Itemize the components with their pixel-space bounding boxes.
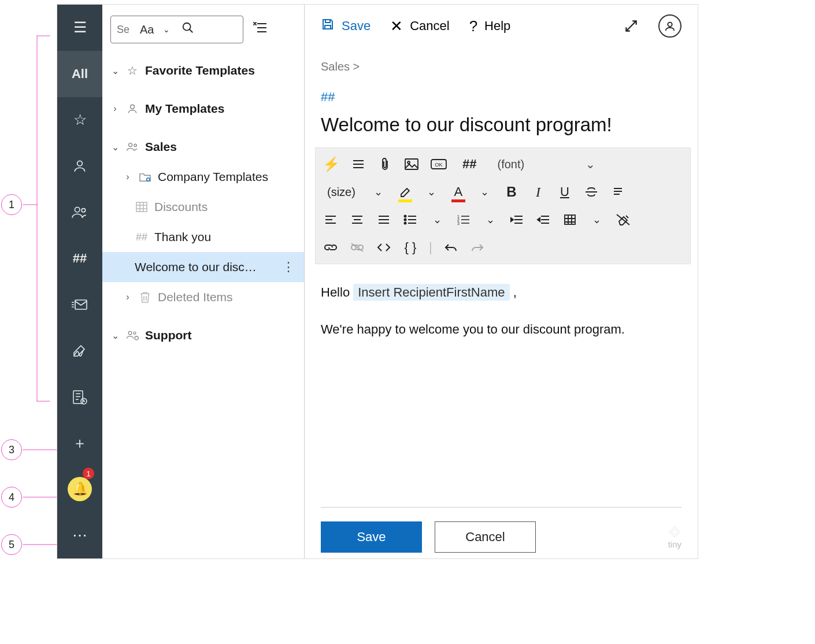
search-options-chevron-icon[interactable]: ⌄ xyxy=(163,25,176,34)
more-icon[interactable]: ⋯ xyxy=(57,512,102,558)
number-chevron-icon[interactable]: ⌄ xyxy=(482,210,498,229)
hash-insert-icon[interactable]: ## xyxy=(458,155,481,173)
help-label: Help xyxy=(484,18,510,34)
template-list-pane: Aa ⌄ ⌄ ☆ Favorite Templates › xyxy=(102,5,305,558)
svg-point-17 xyxy=(134,144,136,146)
help-action[interactable]: ? Help xyxy=(469,17,511,35)
cancel-button[interactable]: Cancel xyxy=(435,521,536,553)
font-select[interactable]: (font) ⌄ xyxy=(491,155,601,173)
font-color-icon[interactable]: A xyxy=(450,183,466,201)
save-action[interactable]: Save xyxy=(321,17,371,35)
tree-welcome-selected[interactable]: Welcome to our disc… ⋮ xyxy=(102,252,304,282)
people-icon[interactable] xyxy=(57,189,102,235)
star-icon[interactable]: ☆ xyxy=(57,97,102,143)
cancel-action[interactable]: ✕ Cancel xyxy=(390,17,449,35)
macro-placeholder[interactable]: Insert RecipientFirstName xyxy=(353,284,509,301)
bullet-chevron-icon[interactable]: ⌄ xyxy=(429,210,445,229)
redo-icon[interactable] xyxy=(469,238,486,257)
unlink-icon[interactable] xyxy=(349,238,365,257)
attach-icon[interactable] xyxy=(377,155,393,173)
tree-discounts[interactable]: Discounts xyxy=(108,192,298,222)
manage-icon[interactable] xyxy=(57,374,102,420)
chevron-down-icon: ⌄ xyxy=(586,157,595,171)
account-icon[interactable] xyxy=(658,14,681,38)
rail-hash[interactable]: ## xyxy=(57,235,102,282)
send-mail-icon[interactable] xyxy=(57,282,102,328)
lines-icon[interactable] xyxy=(350,155,366,173)
bold-icon[interactable]: B xyxy=(503,183,520,201)
size-select[interactable]: (size) xyxy=(323,183,360,201)
expand-icon[interactable] xyxy=(624,18,639,34)
tree-label: My Templates xyxy=(145,102,224,116)
ok-box-icon[interactable]: OK xyxy=(430,155,447,173)
template-body[interactable]: Hello Insert RecipientFirstName , We're … xyxy=(305,264,698,358)
chevron-down-icon: ⌄ xyxy=(110,142,120,153)
help-icon: ? xyxy=(469,17,477,35)
search-icon[interactable] xyxy=(181,21,194,38)
braces-icon[interactable]: { } xyxy=(402,238,418,257)
bullet-list-icon[interactable] xyxy=(402,210,418,229)
breadcrumb[interactable]: Sales > xyxy=(305,47,698,79)
tree-company-templates[interactable]: › Company Templates xyxy=(108,162,298,192)
link-icon[interactable] xyxy=(323,238,339,257)
body-line2: We're happy to welcome you to our discou… xyxy=(321,316,681,343)
item-more-icon[interactable]: ⋮ xyxy=(282,260,295,275)
tree-deleted[interactable]: › Deleted Items xyxy=(108,282,298,312)
svg-point-29 xyxy=(405,219,406,221)
plus-icon[interactable]: ＋ xyxy=(57,420,102,466)
table-chevron-icon[interactable]: ⌄ xyxy=(588,210,605,229)
rail-all[interactable]: All xyxy=(57,51,102,97)
save-button[interactable]: Save xyxy=(321,521,422,553)
image-icon[interactable] xyxy=(403,155,420,173)
strikethrough-icon[interactable] xyxy=(583,183,599,201)
align-center-icon[interactable] xyxy=(349,210,365,229)
search-input[interactable] xyxy=(117,24,134,36)
tree-sales[interactable]: ⌄ Sales xyxy=(108,132,298,162)
hash-icon: ## xyxy=(135,231,149,243)
underline-icon[interactable]: U xyxy=(557,183,573,201)
number-list-icon[interactable]: 123 xyxy=(455,210,472,229)
highlight-chevron-icon[interactable]: ⌄ xyxy=(424,183,440,201)
svg-point-9 xyxy=(75,208,80,213)
svg-point-16 xyxy=(129,143,132,147)
editor-pane: Save ✕ Cancel ? Help Sales > xyxy=(305,5,698,558)
filter-list-icon[interactable] xyxy=(253,21,268,38)
svg-rect-11 xyxy=(75,300,87,309)
signature-icon[interactable] xyxy=(57,328,102,374)
trash-icon xyxy=(138,291,152,304)
undo-icon[interactable] xyxy=(443,238,459,257)
svg-point-25 xyxy=(408,161,410,164)
align-left-icon[interactable] xyxy=(323,210,339,229)
match-case-toggle[interactable]: Aa xyxy=(140,23,157,36)
tree-favorites[interactable]: ⌄ ☆ Favorite Templates xyxy=(108,55,298,86)
template-tag[interactable]: ## xyxy=(305,79,698,110)
code-icon[interactable] xyxy=(376,238,392,257)
search-box[interactable]: Aa ⌄ xyxy=(110,16,243,43)
bolt-icon[interactable]: ⚡ xyxy=(323,155,340,173)
outdent-icon[interactable] xyxy=(535,210,551,229)
hamburger-icon[interactable]: ☰ xyxy=(57,5,102,51)
font-color-chevron-icon[interactable]: ⌄ xyxy=(477,183,493,201)
template-title[interactable]: Welcome to our discount program! xyxy=(305,110,698,144)
svg-point-14 xyxy=(183,23,191,31)
app-window: ☰ All ☆ ## ＋ 🔔 1 xyxy=(57,4,698,559)
tiny-label: tiny xyxy=(668,539,681,549)
table-icon[interactable] xyxy=(562,210,578,229)
indent-icon[interactable] xyxy=(509,210,525,229)
close-icon: ✕ xyxy=(390,17,403,35)
tree-label: Deleted Items xyxy=(158,290,233,304)
tree-label: Sales xyxy=(145,140,177,154)
callout-5: 5 xyxy=(1,534,22,555)
highlight-icon[interactable] xyxy=(397,183,413,201)
notification-bell[interactable]: 🔔 1 xyxy=(57,466,102,512)
size-chevron-icon[interactable]: ⌄ xyxy=(371,183,387,201)
align-justify-icon[interactable] xyxy=(376,210,392,229)
clear-format-icon[interactable] xyxy=(615,210,631,229)
tree-thank-you[interactable]: ## Thank you xyxy=(108,222,298,252)
tree-support[interactable]: ⌄ Support xyxy=(108,320,298,350)
paragraph-format-icon[interactable] xyxy=(610,183,626,201)
italic-icon[interactable]: I xyxy=(530,183,546,201)
svg-point-23 xyxy=(668,23,672,27)
person-icon[interactable] xyxy=(57,143,102,189)
tree-my-templates[interactable]: › My Templates xyxy=(108,94,298,124)
